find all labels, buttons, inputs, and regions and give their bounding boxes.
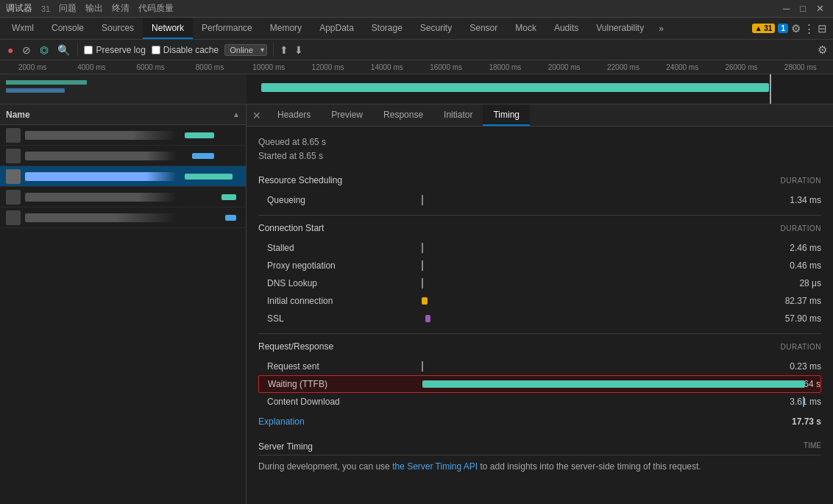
preserve-log-checkbox[interactable]: Preserve log: [84, 45, 145, 55]
title-bar: 调试器 31 问题 输出 终清 代码质量 ─ □ ✕: [0, 0, 833, 18]
timeline-chart-row: [0, 74, 833, 104]
request-bar: [181, 213, 240, 223]
explanation-link[interactable]: Explanation: [258, 416, 305, 427]
ruler-mark-13: 26000 ms: [712, 63, 770, 71]
settings-icon[interactable]: ⚙: [791, 22, 801, 35]
tab-headers[interactable]: Headers: [267, 104, 321, 126]
tab-sensor-label: Sensor: [469, 23, 497, 33]
warning-badge-count: 31: [764, 24, 772, 32]
tab-response[interactable]: Response: [373, 104, 433, 126]
resource-scheduling-section: Resource Scheduling DURATION Queueing 1.…: [258, 172, 821, 209]
request-item[interactable]: ██████████████████: [0, 146, 246, 166]
tab-performance-label: Performance: [202, 23, 252, 33]
title-bar-menu-item-3[interactable]: 终清: [112, 2, 130, 15]
close-detail-button[interactable]: ✕: [247, 104, 267, 126]
request-item-selected[interactable]: ██████████████████: [0, 166, 246, 187]
disable-cache-input[interactable]: [152, 46, 160, 54]
timeline-ruler: 2000 ms 4000 ms 6000 ms 8000 ms 10000 ms…: [0, 60, 833, 74]
detach-icon[interactable]: ⊟: [818, 22, 827, 35]
timeline: 2000 ms 4000 ms 6000 ms 8000 ms 10000 ms…: [0, 60, 833, 104]
tab-initiator[interactable]: Initiator: [433, 104, 483, 126]
tab-headers-label: Headers: [277, 110, 311, 120]
request-name: ██████████████████: [25, 131, 177, 140]
request-thumb: [6, 169, 21, 184]
record-button[interactable]: ●: [6, 43, 15, 57]
stop-button[interactable]: ⊘: [21, 43, 32, 57]
ruler-mark-2: 4000 ms: [62, 63, 121, 71]
tab-preview-label: Preview: [331, 110, 363, 120]
tab-performance[interactable]: Performance: [193, 18, 261, 39]
request-item[interactable]: ██████████████████: [0, 187, 246, 207]
tab-preview[interactable]: Preview: [321, 104, 373, 126]
timing-row-request-sent: Request sent 0.23 ms: [258, 358, 821, 375]
request-response-title: Request/Response: [258, 341, 333, 352]
title-bar-menu-item-1[interactable]: 问题: [59, 2, 77, 15]
request-item[interactable]: ██████████████████: [0, 125, 246, 146]
maximize-button[interactable]: □: [797, 3, 809, 14]
ssl-label: SSL: [267, 313, 385, 324]
info-badge: 1: [778, 24, 788, 33]
divider-2: [258, 333, 821, 334]
total-value: 17.73 s: [792, 416, 821, 427]
tab-storage[interactable]: Storage: [363, 18, 411, 39]
connection-start-col: DURATION: [781, 224, 821, 233]
preserve-log-label: Preserve log: [96, 45, 145, 55]
timing-row-ttfb: Waiting (TTFB) 17.64 s: [258, 375, 821, 393]
server-timing-col: TIME: [804, 441, 821, 452]
toolbar-settings-icon[interactable]: ⚙: [818, 43, 827, 57]
tab-sources[interactable]: Sources: [93, 18, 143, 39]
tab-security[interactable]: Security: [411, 18, 461, 39]
server-timing-api-link[interactable]: the Server Timing API: [392, 461, 478, 472]
dns-marker: [422, 278, 423, 288]
disable-cache-checkbox[interactable]: Disable cache: [152, 45, 219, 55]
tab-appdata[interactable]: AppData: [311, 18, 363, 39]
server-timing-desc-text: During development, you can use: [258, 461, 390, 472]
timeline-cursor-line: [770, 74, 771, 104]
tab-timing[interactable]: Timing: [483, 104, 530, 126]
request-response-header: Request/Response DURATION: [258, 338, 821, 355]
stalled-label: Stalled: [267, 243, 385, 253]
more-icon[interactable]: ⋮: [804, 22, 815, 35]
request-item[interactable]: ██████████████████: [0, 207, 246, 228]
title-bar-menu-item-4[interactable]: 代码质量: [138, 2, 174, 15]
toolbar: ● ⊘ ⏣ 🔍 Preserve log Disable cache Onlin…: [0, 40, 833, 60]
search-icon[interactable]: 🔍: [56, 43, 71, 57]
request-bar: [181, 171, 240, 182]
tab-wxml-label: Wxml: [12, 23, 34, 33]
tab-sensor[interactable]: Sensor: [461, 18, 506, 39]
request-bar: [181, 192, 240, 202]
content-download-label: Content Download: [267, 397, 385, 407]
import-button[interactable]: ⬆: [280, 44, 288, 56]
export-button[interactable]: ⬇: [294, 44, 303, 56]
tab-mock[interactable]: Mock: [506, 18, 545, 39]
right-panel: ✕ Headers Preview Response Initiator Tim…: [247, 104, 833, 504]
tab-wxml[interactable]: Wxml: [3, 18, 43, 39]
minimize-button[interactable]: ─: [780, 3, 793, 14]
title-bar-menu-item-2[interactable]: 输出: [85, 2, 103, 15]
timing-row-ssl: SSL 57.90 ms: [258, 310, 821, 327]
ruler-mark-8: 16000 ms: [416, 63, 475, 71]
tab-more-icon: »: [659, 24, 664, 34]
left-panel-header: Name ▲: [0, 104, 246, 125]
dns-value: 28 μs: [762, 278, 821, 288]
request-sent-bar-area: [385, 361, 762, 372]
close-button[interactable]: ✕: [813, 3, 827, 14]
warning-badge: ▲ 31: [752, 24, 776, 33]
request-name: ██████████████████: [25, 193, 177, 202]
queued-at-text: Queued at 8.65 s: [258, 135, 821, 149]
tab-console[interactable]: Console: [43, 18, 93, 39]
tab-audits[interactable]: Audits: [545, 18, 587, 39]
sort-icon[interactable]: ▲: [233, 110, 240, 118]
filter-icon[interactable]: ⏣: [38, 43, 50, 57]
main-content: Name ▲ ██████████████████ ██████████████…: [0, 104, 833, 504]
tab-memory[interactable]: Memory: [261, 18, 311, 39]
preserve-log-input[interactable]: [84, 46, 93, 54]
tab-vulnerability[interactable]: Vulnerability: [587, 18, 653, 39]
network-throttle-select[interactable]: Online: [224, 44, 267, 56]
tab-security-label: Security: [420, 23, 452, 33]
resource-scheduling-header: Resource Scheduling DURATION: [258, 172, 821, 188]
request-bar: [181, 151, 240, 161]
tab-network[interactable]: Network: [143, 18, 193, 39]
disable-cache-label: Disable cache: [163, 45, 219, 55]
tab-more-button[interactable]: »: [653, 18, 670, 39]
